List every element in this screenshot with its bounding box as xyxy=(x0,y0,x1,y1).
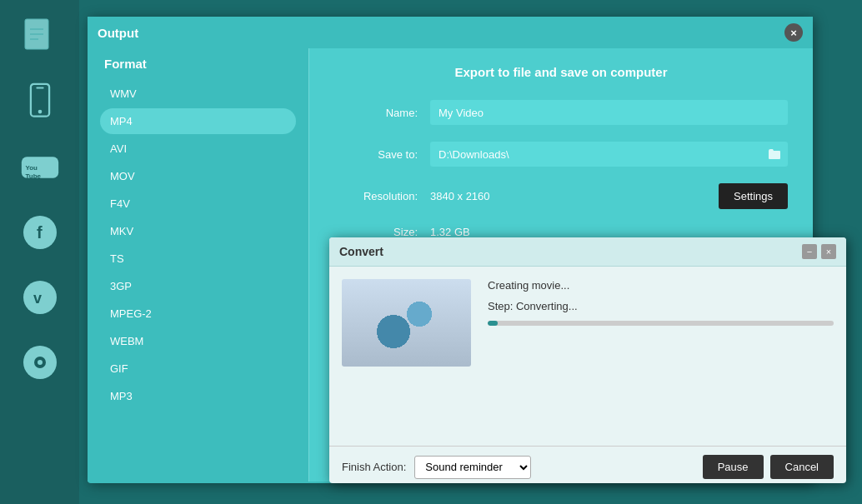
browse-folder-button[interactable] xyxy=(761,142,788,167)
sidebar-item-facebook[interactable]: f xyxy=(11,203,69,262)
progress-bar-fill xyxy=(488,321,498,326)
vimeo-icon: v xyxy=(22,279,58,316)
svg-text:f: f xyxy=(37,223,43,242)
saveto-label: Save to: xyxy=(334,148,418,161)
thumbnail-image xyxy=(342,279,471,367)
format-item-avi[interactable]: AVI xyxy=(100,136,296,162)
sidebar-item-disc[interactable] xyxy=(11,333,69,392)
format-item-wmv[interactable]: WMV xyxy=(100,81,296,107)
sidebar-item-mobile[interactable] xyxy=(11,73,69,132)
resolution-label: Resolution: xyxy=(334,190,418,202)
facebook-icon: f xyxy=(22,214,58,251)
svg-rect-7 xyxy=(36,87,43,89)
output-dialog-close-button[interactable]: × xyxy=(784,23,803,42)
size-row: Size: 1.32 GB xyxy=(334,226,788,238)
progress-bar-container xyxy=(488,321,834,326)
format-panel: Format WMV MP4 AVI MOV F4V MKV TS 3GP MP… xyxy=(88,48,308,482)
convert-dialog-titlebar: Convert − × xyxy=(329,237,846,267)
format-item-mov[interactable]: MOV xyxy=(100,163,296,189)
convert-step: Step: Converting... xyxy=(488,300,834,312)
folder-icon xyxy=(768,148,781,160)
convert-footer: Finish Action: Sound reminder Do nothing… xyxy=(329,446,846,487)
format-title: Format xyxy=(100,57,296,71)
convert-body: Creating movie... Step: Converting... xyxy=(329,267,846,446)
size-value: 1.32 GB xyxy=(430,226,470,238)
sidebar-item-file[interactable] xyxy=(11,8,69,67)
format-item-webm[interactable]: WEBM xyxy=(100,328,296,354)
file-icon xyxy=(23,17,57,57)
convert-status: Creating movie... xyxy=(488,279,834,292)
svg-text:v: v xyxy=(33,290,42,307)
name-label: Name: xyxy=(334,107,418,119)
youtube-icon: You Tube xyxy=(20,152,60,183)
svg-text:Tube: Tube xyxy=(25,172,41,180)
disc-icon xyxy=(22,344,58,381)
format-item-mp4[interactable]: MP4 xyxy=(100,108,296,134)
saveto-input-group xyxy=(430,142,788,167)
format-item-3gp[interactable]: 3GP xyxy=(100,273,296,299)
finish-action-select[interactable]: Sound reminder Do nothing Exit program S… xyxy=(414,456,531,479)
convert-dialog-title: Convert xyxy=(339,245,383,258)
convert-title-actions: − × xyxy=(802,244,836,259)
sidebar: You Tube f v xyxy=(0,0,79,504)
format-item-mpeg2[interactable]: MPEG-2 xyxy=(100,301,296,327)
export-title: Export to file and save on computer xyxy=(334,65,788,79)
resolution-row: Resolution: 3840 x 2160 Settings xyxy=(334,183,788,209)
convert-action-buttons: Pause Cancel xyxy=(703,455,834,479)
format-item-mp3[interactable]: MP3 xyxy=(100,383,296,409)
convert-minimize-button[interactable]: − xyxy=(802,244,817,259)
format-item-mkv[interactable]: MKV xyxy=(100,218,296,244)
svg-point-6 xyxy=(38,110,42,114)
svg-text:You: You xyxy=(25,164,38,172)
output-dialog-titlebar: Output × xyxy=(88,17,813,48)
output-dialog-title: Output xyxy=(98,26,138,40)
finish-action-row: Finish Action: Sound reminder Do nothing… xyxy=(342,456,531,479)
convert-close-button[interactable]: × xyxy=(821,244,836,259)
format-item-ts[interactable]: TS xyxy=(100,246,296,272)
resolution-value: 3840 x 2160 xyxy=(430,190,706,202)
format-item-gif[interactable]: GIF xyxy=(100,356,296,382)
format-item-f4v[interactable]: F4V xyxy=(100,191,296,217)
sidebar-item-youtube[interactable]: You Tube xyxy=(11,138,69,197)
saveto-row: Save to: xyxy=(334,142,788,167)
sidebar-item-vimeo[interactable]: v xyxy=(11,268,69,327)
finish-action-label: Finish Action: xyxy=(342,461,406,473)
pause-button[interactable]: Pause xyxy=(703,455,764,479)
convert-thumbnail xyxy=(342,279,471,367)
cancel-button[interactable]: Cancel xyxy=(770,455,834,479)
name-row: Name: xyxy=(334,100,788,125)
name-input[interactable] xyxy=(430,100,788,125)
svg-point-17 xyxy=(38,360,43,365)
convert-info: Creating movie... Step: Converting... xyxy=(488,279,834,433)
size-label: Size: xyxy=(334,226,418,238)
saveto-input[interactable] xyxy=(430,142,761,167)
mobile-icon xyxy=(28,82,53,122)
format-list: WMV MP4 AVI MOV F4V MKV TS 3GP MPEG-2 WE… xyxy=(100,81,296,409)
settings-button[interactable]: Settings xyxy=(719,183,788,209)
convert-dialog: Convert − × Creating movie... Step: Conv… xyxy=(329,237,846,483)
